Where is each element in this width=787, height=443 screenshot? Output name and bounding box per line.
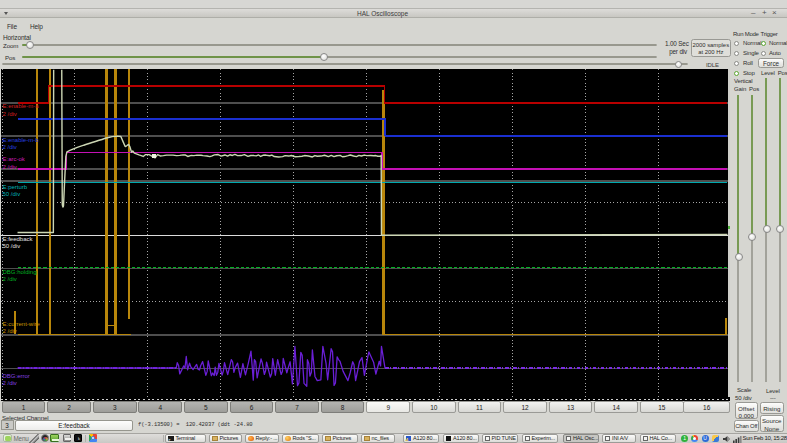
svg-text:DBG:error: DBG:error	[3, 372, 30, 378]
svg-text:2 /div: 2 /div	[3, 327, 17, 333]
svg-text:2 /div: 2 /div	[3, 379, 17, 385]
svg-text:2 /div: 2 /div	[3, 163, 17, 169]
svg-text:E:perturb: E:perturb	[3, 184, 28, 190]
svg-text:E:current-wire: E:current-wire	[3, 320, 41, 326]
svg-text:50 /div: 50 /div	[3, 191, 21, 197]
svg-text:2 /div: 2 /div	[3, 275, 17, 281]
svg-text:E:enable-m-a: E:enable-m-a	[3, 103, 40, 109]
svg-text:E:arc-ok: E:arc-ok	[3, 156, 25, 162]
svg-text:E:enable-m-b: E:enable-m-b	[3, 136, 40, 142]
svg-text:2 /div: 2 /div	[3, 110, 17, 116]
svg-text:50 /div: 50 /div	[3, 243, 21, 249]
svg-text:2 /div: 2 /div	[3, 144, 17, 150]
svg-text:DBG:holding: DBG:holding	[3, 268, 37, 274]
svg-text:E:feedback: E:feedback	[3, 236, 33, 242]
